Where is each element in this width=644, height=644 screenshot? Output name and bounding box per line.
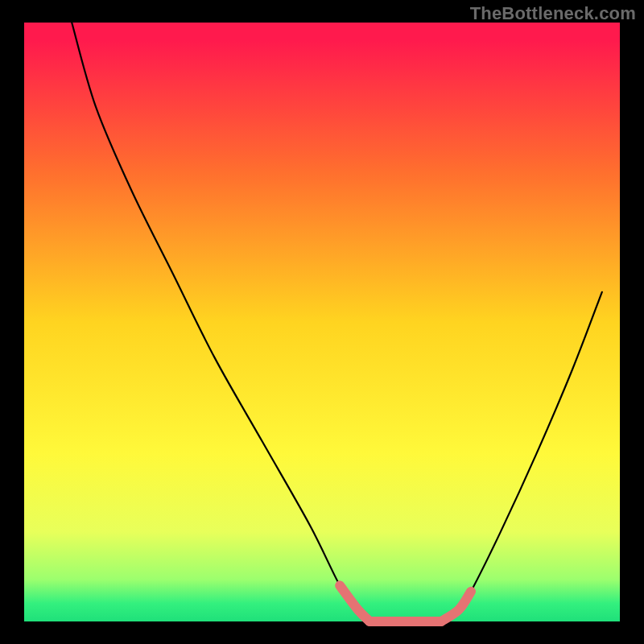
plot-svg (0, 0, 644, 644)
watermark-label: TheBottleneck.com (470, 3, 636, 24)
plot-background (24, 23, 620, 621)
bottleneck-chart: TheBottleneck.com (0, 0, 644, 644)
